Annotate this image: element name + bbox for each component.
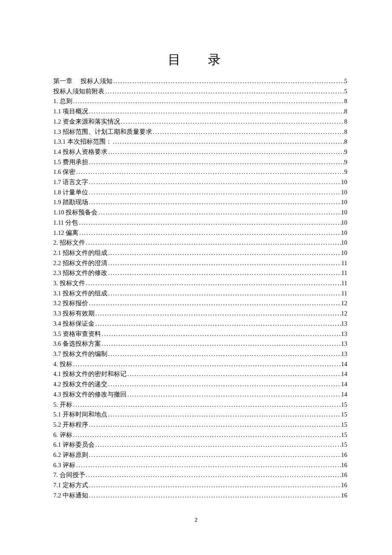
toc-entry: 4.1 投标文件的密封和标记14: [53, 369, 347, 379]
table-of-contents: 第一章 投标人须知5投标人须知前附表51. 总则81.1 项目概况81.2 资金…: [53, 76, 347, 501]
toc-leader-dots: [78, 218, 341, 228]
toc-entry-label: 3.6 备选投标方案: [53, 339, 101, 349]
toc-entry-page: 16: [341, 470, 348, 480]
toc-entry-page: 12: [341, 309, 348, 319]
toc-entry-label: 1.12 偏离: [53, 228, 78, 238]
toc-leader-dots: [88, 420, 341, 430]
toc-entry-label: 3.2 投标报价: [53, 298, 88, 309]
toc-entry-page: 13: [341, 349, 348, 359]
page-title: 目 录: [53, 51, 347, 69]
toc-entry-page: 10: [341, 248, 348, 258]
toc-entry: 1.3 招标范围、计划工期和质量要求8: [53, 127, 347, 137]
toc-entry-page: 15: [341, 420, 348, 430]
toc-leader-dots: [85, 238, 341, 248]
toc-entry: 7.2 中标通知16: [53, 491, 347, 501]
toc-entry-page: 16: [341, 491, 348, 501]
toc-entry-page: 10: [341, 188, 348, 198]
toc-entry-label: 7.1 定标方式: [53, 480, 88, 491]
toc-leader-dots: [107, 268, 341, 278]
toc-entry-page: 14: [341, 390, 348, 400]
toc-entry: 1.9 踏勘现场10: [53, 197, 347, 208]
toc-leader-dots: [88, 491, 341, 501]
toc-entry: 3.4 投标保证金13: [53, 319, 347, 329]
toc-entry: 1.6 保密9: [53, 167, 347, 177]
toc-entry: 7. 合同授予16: [53, 470, 347, 480]
toc-leader-dots: [88, 107, 344, 117]
toc-leader-dots: [152, 127, 344, 137]
toc-entry: 2.3 招标文件的修改11: [53, 268, 347, 278]
toc-entry-page: 12: [341, 298, 348, 309]
toc-leader-dots: [120, 117, 344, 127]
toc-entry-label: 5.2 开标程序: [53, 420, 88, 430]
toc-entry: 2.2 招标文件的澄清11: [53, 258, 347, 269]
toc-leader-dots: [88, 157, 344, 168]
toc-entry-page: 11: [341, 278, 347, 289]
toc-entry-label: 5. 开标: [53, 400, 72, 410]
toc-leader-dots: [127, 369, 341, 379]
toc-entry: 投标人须知前附表5: [53, 87, 347, 97]
toc-leader-dots: [95, 319, 341, 329]
toc-entry-label: 4.2 投标文件的递交: [53, 379, 107, 390]
toc-leader-dots: [107, 379, 341, 390]
toc-entry-page: 9: [344, 147, 347, 157]
toc-entry-label: 1.6 保密: [53, 167, 75, 177]
toc-entry-page: 14: [341, 379, 348, 390]
toc-entry-page: 10: [341, 238, 348, 248]
toc-entry-page: 13: [341, 329, 348, 339]
toc-entry-label: 第一章 投标人须知: [53, 76, 112, 87]
toc-entry-page: 9: [344, 157, 347, 168]
toc-leader-dots: [75, 167, 344, 177]
toc-entry-label: 2.1 招标文件的组成: [53, 248, 107, 258]
toc-leader-dots: [85, 278, 342, 289]
toc-leader-dots: [112, 76, 344, 87]
toc-leader-dots: [88, 450, 341, 460]
toc-entry: 4. 投标14: [53, 359, 347, 370]
toc-entry-label: 2. 招标文件: [53, 238, 85, 248]
toc-entry: 1.10 投标预备会10: [53, 208, 347, 218]
toc-entry-page: 10: [341, 218, 348, 228]
toc-leader-dots: [107, 410, 341, 420]
toc-leader-dots: [112, 137, 344, 147]
toc-entry-page: 14: [341, 369, 348, 379]
toc-leader-dots: [95, 440, 341, 450]
toc-entry-label: 1.4 投标人资格要求: [53, 147, 107, 157]
toc-entry: 1.5 费用承担9: [53, 157, 347, 168]
toc-leader-dots: [127, 390, 341, 400]
toc-entry-label: 4.3 投标文件的修改与撤回: [53, 390, 127, 400]
toc-entry: 3.3 投标有效期12: [53, 309, 347, 319]
toc-leader-dots: [107, 289, 341, 299]
toc-leader-dots: [107, 349, 341, 359]
toc-leader-dots: [72, 96, 344, 107]
toc-entry-label: 3.7 投标文件的编制: [53, 349, 107, 359]
toc-entry-page: 5: [344, 87, 347, 97]
toc-entry-page: 9: [344, 167, 347, 177]
toc-entry: 7.1 定标方式16: [53, 480, 347, 491]
toc-entry: 3.1 投标文件的组成11: [53, 289, 347, 299]
toc-entry-label: 1.8 计量单位: [53, 188, 88, 198]
toc-leader-dots: [101, 339, 341, 349]
page-number: 2: [0, 517, 392, 523]
toc-entry-label: 6.3 评标: [53, 460, 75, 471]
toc-entry: 2.1 招标文件的组成10: [53, 248, 347, 258]
toc-entry-page: 10: [341, 197, 348, 208]
toc-entry: 1.11 分包10: [53, 218, 347, 228]
toc-entry: 3. 投标文件11: [53, 278, 347, 289]
toc-entry-label: 3.4 投标保证金: [53, 319, 95, 329]
toc-leader-dots: [88, 188, 341, 198]
toc-leader-dots: [88, 177, 341, 188]
toc-leader-dots: [95, 309, 341, 319]
toc-entry-page: 5: [344, 76, 347, 87]
toc-entry-label: 2.3 招标文件的修改: [53, 268, 107, 278]
toc-leader-dots: [101, 329, 341, 339]
toc-entry: 1.2 资金来源和落实情况8: [53, 117, 347, 127]
toc-entry-page: 15: [341, 440, 348, 450]
toc-entry-label: 4. 投标: [53, 359, 72, 370]
toc-entry: 第一章 投标人须知5: [53, 76, 347, 87]
toc-entry-label: 投标人须知前附表: [53, 87, 104, 97]
toc-entry: 1.4 投标人资格要求9: [53, 147, 347, 157]
toc-entry-label: 5.1 开标时间和地点: [53, 410, 107, 420]
toc-entry-page: 8: [344, 117, 347, 127]
toc-entry-page: 15: [341, 430, 348, 440]
toc-entry-label: 6.1 评标委员会: [53, 440, 95, 450]
toc-entry: 6.1 评标委员会15: [53, 440, 347, 450]
